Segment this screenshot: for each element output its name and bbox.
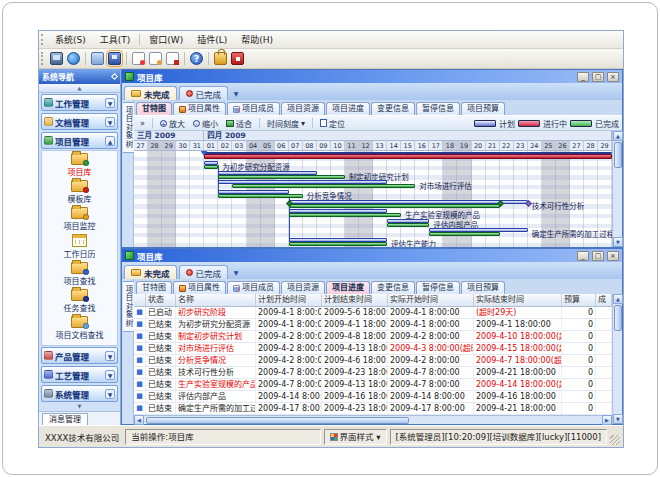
gantt-window-titlebar[interactable]: 项目库 _ □ ×	[122, 70, 622, 83]
sidebar-item-项目文档查找[interactable]: 项目文档查找	[56, 316, 104, 340]
more-tools-button[interactable]: »	[137, 117, 148, 130]
minimize-button[interactable]: _	[577, 72, 589, 82]
detail-tab-变更信息[interactable]: 变更信息	[371, 102, 415, 115]
chevron-down-icon[interactable]: ▼	[105, 98, 115, 108]
save-icon[interactable]	[108, 52, 121, 65]
sidebar-group-项目管理[interactable]: 项目管理▲	[41, 132, 118, 149]
column-header-预算[interactable]: 预算	[562, 294, 596, 306]
column-header-实际结束时间[interactable]: 实际结束时间	[474, 294, 562, 306]
sidebar-group-产品管理[interactable]: 产品管理▼	[41, 347, 118, 364]
table-row[interactable]: ■已结束对市场进行评估2009-4-2 8:00:002009-4-13 18:…	[134, 343, 612, 355]
close-button[interactable]: ×	[607, 251, 619, 261]
column-header-状态[interactable]: 状态	[146, 294, 176, 306]
gantt-plan-bar[interactable]	[289, 200, 528, 204]
gantt-actual-bar[interactable]	[204, 165, 218, 169]
detail-tab-甘特图[interactable]: 甘特图	[136, 281, 172, 294]
time-scale-button[interactable]: 时间刻度▾	[264, 117, 308, 130]
table-row[interactable]: ■已结束生产实验室规模的产品2009-4-7 8:00:002009-4-13 …	[134, 379, 612, 391]
sidebar-group-工作管理[interactable]: 工作管理▼	[41, 94, 118, 111]
view-tab-已完成[interactable]: 已完成	[179, 86, 229, 100]
resize-grip[interactable]	[610, 435, 620, 445]
sidebar-group-工艺管理[interactable]: 工艺管理▼	[41, 366, 118, 383]
gantt-summary-bar[interactable]	[204, 154, 612, 159]
column-header-成[interactable]: 成	[596, 294, 612, 306]
menu-item-窗口(W)[interactable]: 窗口(W)	[142, 32, 190, 47]
sidebar-group-系统管理[interactable]: 系统管理▼	[41, 385, 118, 402]
toolbar-grip[interactable]	[41, 52, 46, 65]
table-row[interactable]: ■已结束制定初步研究计划2009-4-2 8:00:002009-4-8 18:…	[134, 331, 612, 343]
scroll-thumb[interactable]	[614, 305, 622, 331]
detail-tab-暂停信息[interactable]: 暂停信息	[416, 281, 460, 294]
scroll-down-icon[interactable]: ▼	[613, 414, 623, 424]
gantt-actual-bar[interactable]	[387, 223, 429, 227]
table-row[interactable]: ■已启动初步研究阶段2009-4-1 8:00:002009-5-6 18:00…	[134, 307, 612, 319]
sidebar-item-模板库[interactable]: 模板库	[68, 180, 92, 204]
view-tab-未完成[interactable]: 未完成	[124, 86, 177, 100]
detail-tab-变更信息[interactable]: 变更信息	[371, 281, 415, 294]
scroll-up-icon[interactable]: ▲	[613, 294, 623, 304]
column-header-名称[interactable]: 名称	[176, 294, 256, 306]
detail-tab-项目成员[interactable]: 项目成员	[227, 281, 280, 294]
menu-item-插件(L)[interactable]: 插件(L)	[190, 32, 234, 47]
chevron-down-icon[interactable]: ▼	[105, 117, 115, 127]
chevron-down-icon[interactable]: ▼	[105, 351, 115, 361]
detail-tab-项目进度[interactable]: 项目进度	[326, 102, 370, 115]
table-row[interactable]: ■已结束分析竞争情况2009-4-2 8:00:002009-4-6 18:00…	[134, 355, 612, 367]
sidebar-group-文档管理[interactable]: 文档管理▼	[41, 113, 118, 130]
gantt-actual-bar[interactable]	[289, 213, 401, 217]
menu-item-工具(T)[interactable]: 工具(T)	[93, 32, 138, 47]
doc-new-icon[interactable]	[132, 52, 145, 65]
fit-button[interactable]: 适合	[223, 117, 255, 130]
detail-tab-项目预算[interactable]: 项目预算	[461, 281, 505, 294]
chevron-down-icon[interactable]: ▼	[105, 370, 115, 380]
detail-tab-项目预算[interactable]: 项目预算	[461, 102, 505, 115]
sidebar-item-项目监控[interactable]: 项目监控	[64, 207, 96, 231]
scroll-right-icon[interactable]: ▶	[602, 415, 612, 425]
sidebar-item-项目查找[interactable]: 项目查找	[64, 262, 96, 286]
tab-message-management[interactable]: 消息管理	[42, 413, 88, 425]
gantt-vertical-scrollbar[interactable]: ▲ ▼	[612, 131, 622, 247]
scroll-thumb[interactable]	[146, 417, 409, 424]
table-row[interactable]: ■已结束评估内部产品2009-4-14 8:00:002009-4-16 18:…	[134, 391, 612, 403]
view-tab-未完成[interactable]: 未完成	[124, 265, 177, 279]
scroll-down-icon[interactable]: ▼	[613, 237, 623, 247]
zoom-out-button[interactable]: -缩小	[190, 117, 221, 130]
gantt-grid[interactable]: 为初步研究分配资源制定初步研究计划对市场进行评估分析竞争情况技术可行性分析生产实…	[134, 151, 612, 247]
ui-style-button[interactable]: 界面样式 ▾	[324, 429, 387, 445]
scroll-left-icon[interactable]: ◀	[134, 415, 144, 425]
minimize-button[interactable]: _	[577, 251, 589, 261]
maximize-button[interactable]: □	[592, 251, 604, 261]
chevron-down-icon[interactable]: ▼	[105, 389, 115, 399]
sidebar-mini-collapse[interactable]: ▼	[39, 403, 120, 411]
detail-tab-项目资源[interactable]: 项目资源	[281, 102, 325, 115]
menu-item-系统(S)[interactable]: 系统(S)	[48, 32, 93, 47]
scroll-up-icon[interactable]: ▲	[613, 131, 623, 141]
detail-tab-甘特图[interactable]: 甘特图	[136, 102, 172, 115]
pin-icon[interactable]	[111, 73, 118, 80]
gantt-actual-bar[interactable]	[289, 242, 387, 246]
table-horizontal-scrollbar[interactable]: ◀ ▶	[134, 415, 612, 424]
table-vertical-scrollbar[interactable]: ▲ ▼	[612, 294, 622, 424]
gantt-actual-bar[interactable]	[218, 175, 345, 179]
table-row[interactable]: ■已结束确定生产所需的加工过程2009-4-17 8:00:002009-4-2…	[134, 403, 612, 415]
detail-tab-暂停信息[interactable]: 暂停信息	[416, 102, 460, 115]
doc-delete-icon[interactable]	[166, 52, 179, 65]
zoom-in-button[interactable]: +放大	[157, 117, 188, 130]
table-row[interactable]: ■已结束为初步研究分配资源2009-4-1 8:00:002009-4-1 18…	[134, 319, 612, 331]
sidebar-item-任务查找[interactable]: 任务查找	[64, 289, 96, 313]
maximize-button[interactable]: □	[592, 72, 604, 82]
stop-icon[interactable]	[231, 52, 244, 65]
scroll-thumb[interactable]	[614, 142, 622, 168]
chevron-up-icon[interactable]: ▲	[105, 136, 115, 146]
tab-overflow-icon[interactable]: ▼	[230, 88, 242, 100]
detail-tab-项目进度[interactable]: 项目进度	[326, 281, 370, 294]
sidebar-item-项目库[interactable]: 项目库	[68, 153, 92, 177]
doc-edit-icon[interactable]	[149, 52, 162, 65]
column-header-计划结束时间[interactable]: 计划结束时间	[322, 294, 388, 306]
computer-icon[interactable]	[50, 52, 63, 65]
sidebar-item-工作日历[interactable]: 工作日历	[64, 234, 96, 259]
tab-overflow-icon[interactable]: ▼	[230, 267, 242, 279]
close-button[interactable]: ×	[607, 72, 619, 82]
column-header-实际开始时间[interactable]: 实际开始时间	[388, 294, 474, 306]
detail-tab-项目成员[interactable]: 项目成员	[227, 102, 280, 115]
